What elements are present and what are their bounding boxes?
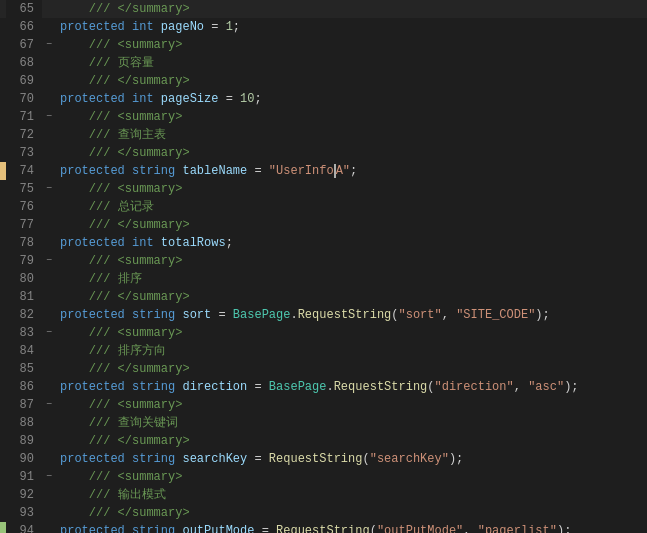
fold-button [42, 288, 56, 306]
kw-token: protected [60, 308, 125, 322]
code-line: 80 /// 排序 [0, 270, 647, 288]
line-number-label: 87 [6, 396, 42, 414]
code-line: 77 /// </summary> [0, 216, 647, 234]
line-number-label: 76 [6, 198, 42, 216]
line-code[interactable]: /// </summary> [56, 216, 647, 234]
method-token: RequestString [276, 524, 370, 533]
line-code[interactable]: /// </summary> [56, 288, 647, 306]
line-number-label: 74 [6, 162, 42, 180]
line-code[interactable]: /// <summary> [56, 468, 647, 486]
line-code[interactable]: /// </summary> [56, 72, 647, 90]
comment-token: /// </summary> [89, 74, 190, 88]
line-code[interactable]: protected string outPutMode = RequestStr… [56, 522, 647, 533]
fold-button[interactable]: − [42, 324, 56, 342]
kw-token: int [132, 236, 154, 250]
line-code[interactable]: /// <summary> [56, 36, 647, 54]
line-code[interactable]: /// </summary> [56, 360, 647, 378]
line-code[interactable]: /// <summary> [56, 108, 647, 126]
code-line: 85 /// </summary> [0, 360, 647, 378]
code-line: 70protected int pageSize = 10; [0, 90, 647, 108]
kw-token: string [132, 308, 175, 322]
fold-button[interactable]: − [42, 108, 56, 126]
fold-button[interactable]: − [42, 396, 56, 414]
comment-token: /// <summary> [89, 470, 183, 484]
line-code[interactable]: protected int pageSize = 10; [56, 90, 647, 108]
comment-token: /// </summary> [89, 2, 190, 16]
comment-token: /// </summary> [89, 362, 190, 376]
line-code[interactable]: /// 排序 [56, 270, 647, 288]
line-code[interactable]: protected string tableName = "UserInfoA"… [56, 162, 647, 180]
line-code[interactable]: /// 查询关键词 [56, 414, 647, 432]
comment-token: /// <summary> [89, 254, 183, 268]
code-line: 66protected int pageNo = 1; [0, 18, 647, 36]
code-line: 87− /// <summary> [0, 396, 647, 414]
code-line: 88 /// 查询关键词 [0, 414, 647, 432]
code-line: 84 /// 排序方向 [0, 342, 647, 360]
identifier-token: totalRows [161, 236, 226, 250]
line-code[interactable]: /// </summary> [56, 432, 647, 450]
line-code[interactable]: protected string direction = BasePage.Re… [56, 378, 647, 396]
fold-button [42, 522, 56, 533]
line-code[interactable]: protected string searchKey = RequestStri… [56, 450, 647, 468]
fold-button[interactable]: − [42, 468, 56, 486]
line-code[interactable]: /// 输出模式 [56, 486, 647, 504]
fold-button [42, 126, 56, 144]
line-code[interactable]: /// <summary> [56, 396, 647, 414]
line-code[interactable]: /// 查询主表 [56, 126, 647, 144]
fold-button [42, 144, 56, 162]
line-code[interactable]: protected int pageNo = 1; [56, 18, 647, 36]
line-number-label: 88 [6, 414, 42, 432]
line-number-label: 70 [6, 90, 42, 108]
code-line: 89 /// </summary> [0, 432, 647, 450]
string-token: "UserInfo [269, 164, 334, 178]
line-code[interactable]: /// </summary> [56, 504, 647, 522]
line-code[interactable]: /// 页容量 [56, 54, 647, 72]
fold-button[interactable]: − [42, 36, 56, 54]
line-code[interactable]: /// </summary> [56, 0, 647, 18]
fold-button [42, 216, 56, 234]
method-token: RequestString [334, 380, 428, 394]
comment-token: /// <summary> [89, 38, 183, 52]
line-number-label: 82 [6, 306, 42, 324]
line-code[interactable]: protected string sort = BasePage.Request… [56, 306, 647, 324]
fold-button [42, 414, 56, 432]
comment-token: /// 排序 [89, 272, 142, 286]
fold-button [42, 306, 56, 324]
fold-button [42, 162, 56, 180]
line-code[interactable]: /// 总记录 [56, 198, 647, 216]
line-code[interactable]: protected int totalRows; [56, 234, 647, 252]
line-number-label: 77 [6, 216, 42, 234]
string-token: "pagerlist" [478, 524, 557, 533]
code-editor[interactable]: 65 /// </summary>66protected int pageNo … [0, 0, 647, 533]
line-number-label: 92 [6, 486, 42, 504]
fold-button[interactable]: − [42, 252, 56, 270]
code-line: 82protected string sort = BasePage.Reque… [0, 306, 647, 324]
code-line: 86protected string direction = BasePage.… [0, 378, 647, 396]
number-token: 1 [226, 20, 233, 34]
line-code[interactable]: /// </summary> [56, 144, 647, 162]
code-line: 72 /// 查询主表 [0, 126, 647, 144]
comment-token: /// </summary> [89, 218, 190, 232]
code-line: 83− /// <summary> [0, 324, 647, 342]
string-token: "asc" [528, 380, 564, 394]
string-token: "sort" [399, 308, 442, 322]
line-code[interactable]: /// <summary> [56, 180, 647, 198]
comment-token: /// 总记录 [89, 200, 154, 214]
code-line: 74protected string tableName = "UserInfo… [0, 162, 647, 180]
class-name-token: BasePage [269, 380, 327, 394]
line-code[interactable]: /// <summary> [56, 324, 647, 342]
code-line: 76 /// 总记录 [0, 198, 647, 216]
identifier-token: sort [182, 308, 211, 322]
fold-button[interactable]: − [42, 180, 56, 198]
kw-token: int [132, 92, 154, 106]
line-number-label: 86 [6, 378, 42, 396]
kw-token: protected [60, 164, 125, 178]
identifier-token: pageNo [161, 20, 204, 34]
comment-token: /// </summary> [89, 146, 190, 160]
line-code[interactable]: /// 排序方向 [56, 342, 647, 360]
string-token: "SITE_CODE" [456, 308, 535, 322]
line-number-label: 79 [6, 252, 42, 270]
kw-token: string [132, 380, 175, 394]
code-line: 93 /// </summary> [0, 504, 647, 522]
line-code[interactable]: /// <summary> [56, 252, 647, 270]
